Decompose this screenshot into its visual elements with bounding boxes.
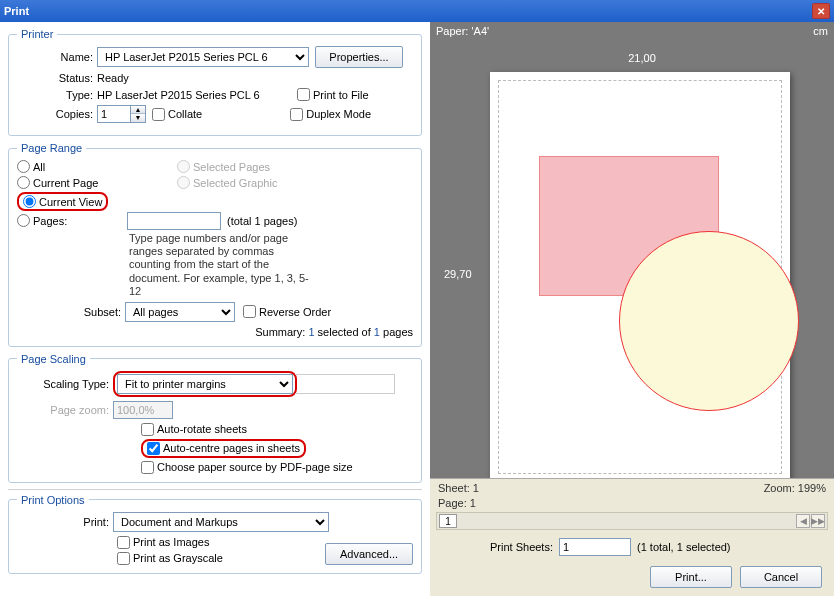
window-title: Print xyxy=(4,5,812,17)
radio-current-view[interactable]: Current View xyxy=(23,195,102,208)
page-range-legend: Page Range xyxy=(17,142,86,154)
spin-down-icon[interactable]: ▼ xyxy=(131,114,145,122)
type-label: Type: xyxy=(17,89,97,101)
reverse-order-checkbox[interactable]: Reverse Order xyxy=(243,305,331,318)
page-label: Page: 1 xyxy=(438,497,476,509)
page-zoom-label: Page zoom: xyxy=(17,404,113,416)
ruler-height: 29,70 xyxy=(444,268,472,280)
titlebar: Print ✕ xyxy=(0,0,834,22)
highlight-scaling-type: Fit to printer margins xyxy=(113,371,297,397)
print-sheets-input[interactable] xyxy=(559,538,631,556)
print-to-file-checkbox[interactable]: Print to File xyxy=(297,88,369,101)
paper-size-label: Paper: 'A4' xyxy=(436,25,489,37)
left-panel: Printer Name: HP LaserJet P2015 Series P… xyxy=(0,22,430,596)
nav-next-icon[interactable]: ▶▶ xyxy=(811,514,825,528)
nav-page-number[interactable]: 1 xyxy=(439,514,457,528)
pages-input[interactable] xyxy=(127,212,221,230)
copies-input[interactable] xyxy=(97,105,131,123)
duplex-checkbox[interactable]: Duplex Mode xyxy=(290,108,371,121)
ruler-width: 21,00 xyxy=(628,52,656,64)
auto-rotate-checkbox[interactable]: Auto-rotate sheets xyxy=(141,423,413,436)
page-range-hint: Type page numbers and/or page ranges sep… xyxy=(17,230,317,302)
printer-legend: Printer xyxy=(17,28,57,40)
scaling-type-label: Scaling Type: xyxy=(17,378,113,390)
ruler-top: 21,00 xyxy=(480,54,804,70)
divider xyxy=(8,489,422,490)
preview-footer: Sheet: 1 Zoom: 199% Page: 1 1 ◀ ▶▶ Print… xyxy=(430,478,834,596)
printer-name-select[interactable]: HP LaserJet P2015 Series PCL 6 xyxy=(97,47,309,67)
nav-prev-icon[interactable]: ◀ xyxy=(796,514,810,528)
scaling-type-select[interactable]: Fit to printer margins xyxy=(117,374,293,394)
page-scaling-legend: Page Scaling xyxy=(17,353,90,365)
paper-margins xyxy=(498,80,782,474)
paper-header: Paper: 'A4' cm xyxy=(430,22,834,40)
choose-paper-checkbox[interactable]: Choose paper source by PDF-page size xyxy=(141,461,413,474)
subset-select[interactable]: All pages xyxy=(125,302,235,322)
advanced-button[interactable]: Advanced... xyxy=(325,543,413,565)
collate-checkbox[interactable]: Collate xyxy=(152,108,202,121)
print-grayscale-checkbox[interactable]: Print as Grayscale xyxy=(117,552,325,565)
close-button[interactable]: ✕ xyxy=(812,3,830,19)
print-label: Print: xyxy=(17,516,113,528)
page-zoom-input xyxy=(113,401,173,419)
print-sheets-label: Print Sheets: xyxy=(490,541,553,553)
copies-label: Copies: xyxy=(17,108,97,120)
highlight-auto-centre: Auto-centre pages in sheets xyxy=(141,439,306,458)
zoom-label: Zoom: 199% xyxy=(764,482,826,494)
spin-up-icon[interactable]: ▲ xyxy=(131,106,145,114)
highlight-current-view: Current View xyxy=(17,192,108,211)
page-navbar: 1 ◀ ▶▶ xyxy=(436,512,828,530)
properties-button[interactable]: Properties... xyxy=(315,46,403,68)
print-what-select[interactable]: Document and Markups xyxy=(113,512,329,532)
print-button[interactable]: Print... xyxy=(650,566,732,588)
page-range-group: Page Range All Current Page Current View… xyxy=(8,142,422,347)
printer-group: Printer Name: HP LaserJet P2015 Series P… xyxy=(8,28,422,136)
print-sheets-info: (1 total, 1 selected) xyxy=(637,541,731,553)
page-range-summary: Summary: 1 selected of 1 pages xyxy=(17,326,413,338)
copies-spinner[interactable]: ▲▼ xyxy=(97,105,146,123)
radio-selected-graphic: Selected Graphic xyxy=(177,176,297,189)
print-options-group: Print Options Print: Document and Markup… xyxy=(8,494,422,574)
shape-circle-icon xyxy=(619,231,799,411)
preview-panel: Paper: 'A4' cm 21,00 29,70 Sheet: 1 Zoom… xyxy=(430,22,834,596)
radio-all[interactable]: All xyxy=(17,160,177,173)
print-images-checkbox[interactable]: Print as Images xyxy=(117,536,325,549)
sheet-label: Sheet: 1 xyxy=(438,482,479,494)
status-label: Status: xyxy=(17,72,97,84)
type-value: HP LaserJet P2015 Series PCL 6 xyxy=(97,89,297,101)
scaling-extra xyxy=(295,374,395,394)
cancel-button[interactable]: Cancel xyxy=(740,566,822,588)
status-value: Ready xyxy=(97,72,129,84)
radio-current-page[interactable]: Current Page xyxy=(17,176,177,189)
ruler-left: 29,70 xyxy=(448,82,464,466)
print-options-legend: Print Options xyxy=(17,494,89,506)
name-label: Name: xyxy=(17,51,97,63)
subset-label: Subset: xyxy=(17,306,125,318)
radio-selected-pages: Selected Pages xyxy=(177,160,297,173)
page-scaling-group: Page Scaling Scaling Type: Fit to printe… xyxy=(8,353,422,483)
auto-centre-checkbox[interactable]: Auto-centre pages in sheets xyxy=(147,442,300,455)
paper-preview xyxy=(490,72,790,482)
total-pages-label: (total 1 pages) xyxy=(227,215,297,227)
paper-unit: cm xyxy=(813,25,828,37)
